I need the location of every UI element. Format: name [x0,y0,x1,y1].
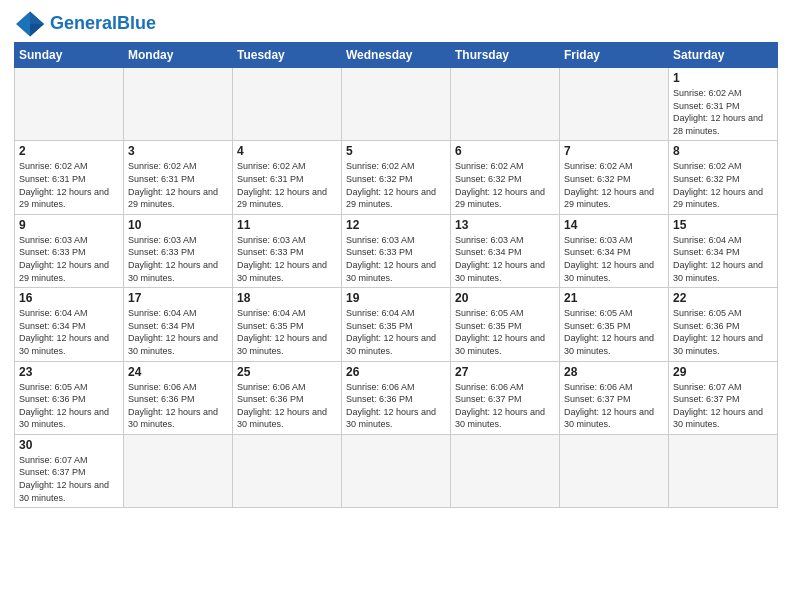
calendar-day-cell [451,68,560,141]
calendar-day-cell [342,434,451,507]
calendar-day-cell [233,68,342,141]
day-number: 13 [455,218,555,232]
day-info: Sunrise: 6:04 AM Sunset: 6:34 PM Dayligh… [128,307,228,357]
weekday-header-row: SundayMondayTuesdayWednesdayThursdayFrid… [15,43,778,68]
day-info: Sunrise: 6:02 AM Sunset: 6:32 PM Dayligh… [673,160,773,210]
calendar-day-cell: 13Sunrise: 6:03 AM Sunset: 6:34 PM Dayli… [451,214,560,287]
weekday-header-tuesday: Tuesday [233,43,342,68]
calendar-day-cell: 21Sunrise: 6:05 AM Sunset: 6:35 PM Dayli… [560,288,669,361]
weekday-header-sunday: Sunday [15,43,124,68]
weekday-header-monday: Monday [124,43,233,68]
calendar-day-cell: 24Sunrise: 6:06 AM Sunset: 6:36 PM Dayli… [124,361,233,434]
calendar-day-cell [560,68,669,141]
logo: GeneralBlue [14,10,156,38]
day-number: 25 [237,365,337,379]
calendar-day-cell: 25Sunrise: 6:06 AM Sunset: 6:36 PM Dayli… [233,361,342,434]
calendar-day-cell [124,68,233,141]
day-info: Sunrise: 6:03 AM Sunset: 6:33 PM Dayligh… [237,234,337,284]
page: GeneralBlue SundayMondayTuesdayWednesday… [0,0,792,518]
calendar-week-row: 9Sunrise: 6:03 AM Sunset: 6:33 PM Daylig… [15,214,778,287]
calendar-week-row: 1Sunrise: 6:02 AM Sunset: 6:31 PM Daylig… [15,68,778,141]
day-number: 1 [673,71,773,85]
calendar-week-row: 2Sunrise: 6:02 AM Sunset: 6:31 PM Daylig… [15,141,778,214]
calendar-day-cell: 15Sunrise: 6:04 AM Sunset: 6:34 PM Dayli… [669,214,778,287]
day-number: 10 [128,218,228,232]
day-number: 22 [673,291,773,305]
calendar-day-cell: 12Sunrise: 6:03 AM Sunset: 6:33 PM Dayli… [342,214,451,287]
calendar-day-cell: 14Sunrise: 6:03 AM Sunset: 6:34 PM Dayli… [560,214,669,287]
day-info: Sunrise: 6:03 AM Sunset: 6:33 PM Dayligh… [128,234,228,284]
day-info: Sunrise: 6:06 AM Sunset: 6:36 PM Dayligh… [237,381,337,431]
weekday-header-friday: Friday [560,43,669,68]
day-number: 26 [346,365,446,379]
day-number: 23 [19,365,119,379]
calendar-day-cell: 4Sunrise: 6:02 AM Sunset: 6:31 PM Daylig… [233,141,342,214]
calendar-day-cell: 9Sunrise: 6:03 AM Sunset: 6:33 PM Daylig… [15,214,124,287]
day-number: 12 [346,218,446,232]
header-row: GeneralBlue [14,10,778,38]
day-info: Sunrise: 6:02 AM Sunset: 6:31 PM Dayligh… [673,87,773,137]
day-number: 4 [237,144,337,158]
day-info: Sunrise: 6:03 AM Sunset: 6:33 PM Dayligh… [346,234,446,284]
logo-text: GeneralBlue [50,14,156,34]
calendar-day-cell: 29Sunrise: 6:07 AM Sunset: 6:37 PM Dayli… [669,361,778,434]
day-info: Sunrise: 6:02 AM Sunset: 6:32 PM Dayligh… [455,160,555,210]
day-info: Sunrise: 6:06 AM Sunset: 6:37 PM Dayligh… [455,381,555,431]
day-info: Sunrise: 6:02 AM Sunset: 6:32 PM Dayligh… [346,160,446,210]
day-number: 14 [564,218,664,232]
day-number: 9 [19,218,119,232]
day-number: 20 [455,291,555,305]
day-info: Sunrise: 6:04 AM Sunset: 6:34 PM Dayligh… [19,307,119,357]
calendar-day-cell [124,434,233,507]
weekday-header-saturday: Saturday [669,43,778,68]
calendar-day-cell [560,434,669,507]
day-info: Sunrise: 6:03 AM Sunset: 6:34 PM Dayligh… [455,234,555,284]
calendar-day-cell: 22Sunrise: 6:05 AM Sunset: 6:36 PM Dayli… [669,288,778,361]
calendar-day-cell: 10Sunrise: 6:03 AM Sunset: 6:33 PM Dayli… [124,214,233,287]
logo-blue: Blue [117,13,156,33]
calendar-day-cell: 30Sunrise: 6:07 AM Sunset: 6:37 PM Dayli… [15,434,124,507]
calendar-week-row: 16Sunrise: 6:04 AM Sunset: 6:34 PM Dayli… [15,288,778,361]
day-info: Sunrise: 6:06 AM Sunset: 6:36 PM Dayligh… [128,381,228,431]
logo-general: General [50,13,117,33]
day-info: Sunrise: 6:03 AM Sunset: 6:33 PM Dayligh… [19,234,119,284]
calendar-day-cell [669,434,778,507]
day-info: Sunrise: 6:07 AM Sunset: 6:37 PM Dayligh… [19,454,119,504]
day-info: Sunrise: 6:05 AM Sunset: 6:36 PM Dayligh… [673,307,773,357]
calendar-day-cell: 2Sunrise: 6:02 AM Sunset: 6:31 PM Daylig… [15,141,124,214]
logo-icon [14,10,46,38]
day-number: 18 [237,291,337,305]
calendar-day-cell: 11Sunrise: 6:03 AM Sunset: 6:33 PM Dayli… [233,214,342,287]
calendar-table: SundayMondayTuesdayWednesdayThursdayFrid… [14,42,778,508]
svg-marker-1 [30,12,44,24]
calendar-day-cell: 17Sunrise: 6:04 AM Sunset: 6:34 PM Dayli… [124,288,233,361]
day-number: 2 [19,144,119,158]
calendar-day-cell: 19Sunrise: 6:04 AM Sunset: 6:35 PM Dayli… [342,288,451,361]
day-info: Sunrise: 6:02 AM Sunset: 6:31 PM Dayligh… [237,160,337,210]
weekday-header-thursday: Thursday [451,43,560,68]
calendar-day-cell: 16Sunrise: 6:04 AM Sunset: 6:34 PM Dayli… [15,288,124,361]
day-number: 27 [455,365,555,379]
calendar-day-cell: 28Sunrise: 6:06 AM Sunset: 6:37 PM Dayli… [560,361,669,434]
calendar-day-cell [451,434,560,507]
day-info: Sunrise: 6:05 AM Sunset: 6:35 PM Dayligh… [455,307,555,357]
calendar-day-cell: 7Sunrise: 6:02 AM Sunset: 6:32 PM Daylig… [560,141,669,214]
svg-marker-2 [30,24,44,36]
day-number: 19 [346,291,446,305]
calendar-day-cell: 5Sunrise: 6:02 AM Sunset: 6:32 PM Daylig… [342,141,451,214]
day-info: Sunrise: 6:02 AM Sunset: 6:32 PM Dayligh… [564,160,664,210]
day-number: 8 [673,144,773,158]
calendar-week-row: 30Sunrise: 6:07 AM Sunset: 6:37 PM Dayli… [15,434,778,507]
day-info: Sunrise: 6:05 AM Sunset: 6:36 PM Dayligh… [19,381,119,431]
calendar-day-cell: 3Sunrise: 6:02 AM Sunset: 6:31 PM Daylig… [124,141,233,214]
calendar-day-cell: 1Sunrise: 6:02 AM Sunset: 6:31 PM Daylig… [669,68,778,141]
calendar-day-cell [15,68,124,141]
day-info: Sunrise: 6:03 AM Sunset: 6:34 PM Dayligh… [564,234,664,284]
day-number: 30 [19,438,119,452]
calendar-day-cell: 20Sunrise: 6:05 AM Sunset: 6:35 PM Dayli… [451,288,560,361]
day-number: 21 [564,291,664,305]
day-number: 16 [19,291,119,305]
day-number: 3 [128,144,228,158]
calendar-day-cell: 27Sunrise: 6:06 AM Sunset: 6:37 PM Dayli… [451,361,560,434]
calendar-day-cell [342,68,451,141]
